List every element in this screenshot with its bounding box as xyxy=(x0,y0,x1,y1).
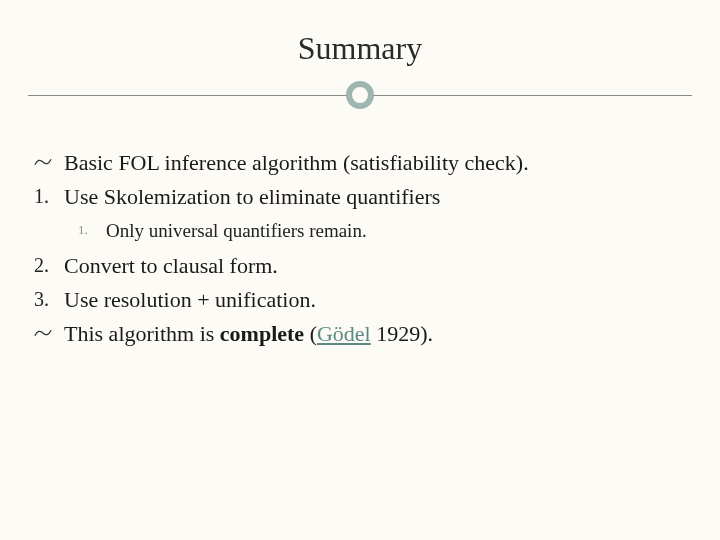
swirl-icon xyxy=(34,147,64,176)
divider-circle-icon xyxy=(346,81,374,109)
slide: Summary Basic FOL inference algorithm (s… xyxy=(0,0,720,540)
numbered-item: 2. Convert to clausal form. xyxy=(34,250,686,282)
text-paren: ( xyxy=(304,321,317,346)
content-body: Basic FOL inference algorithm (satisfiab… xyxy=(28,135,692,364)
title-area: Summary xyxy=(28,30,692,105)
sub-item: 1. Only universal quantifiers remain. xyxy=(34,217,686,245)
bullet-text: Convert to clausal form. xyxy=(64,250,686,282)
bullet-text: This algorithm is complete (Gödel 1929). xyxy=(64,318,686,350)
bullet-text: Use resolution + unification. xyxy=(64,284,686,316)
divider xyxy=(28,85,692,105)
text-bold: complete xyxy=(220,321,304,346)
item-number: 3. xyxy=(34,284,64,314)
link-godel[interactable]: Gödel xyxy=(317,321,371,346)
bullet-item: Basic FOL inference algorithm (satisfiab… xyxy=(34,147,686,179)
bullet-text: Use Skolemization to eliminate quantifie… xyxy=(64,181,686,213)
numbered-item: 1. Use Skolemization to eliminate quanti… xyxy=(34,181,686,213)
sub-number: 1. xyxy=(78,217,106,240)
bullet-item: This algorithm is complete (Gödel 1929). xyxy=(34,318,686,350)
page-title: Summary xyxy=(28,30,692,67)
numbered-item: 3. Use resolution + unification. xyxy=(34,284,686,316)
sub-text: Only universal quantifiers remain. xyxy=(106,217,686,245)
text-prefix: This algorithm is xyxy=(64,321,220,346)
text-year: 1929). xyxy=(371,321,433,346)
item-number: 1. xyxy=(34,181,64,211)
item-number: 2. xyxy=(34,250,64,280)
bullet-text: Basic FOL inference algorithm (satisfiab… xyxy=(64,147,686,179)
swirl-icon xyxy=(34,318,64,347)
